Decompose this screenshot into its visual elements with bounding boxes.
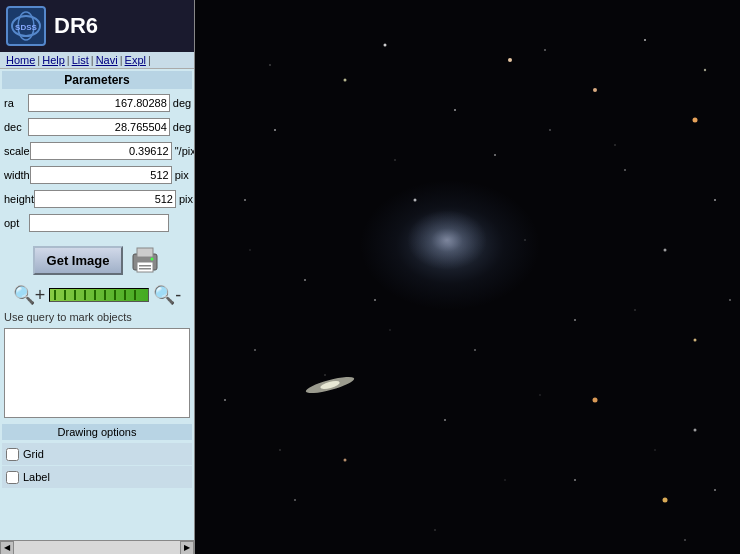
svg-point-47 [704,69,706,71]
query-box[interactable] [4,328,190,418]
svg-point-14 [644,39,646,41]
svg-point-57 [539,394,540,395]
get-image-button[interactable]: Get Image [33,246,124,275]
param-unit-height: pix [176,193,193,205]
svg-point-15 [454,109,456,111]
params-section: Parameters ra deg dec deg scale "/pix wi… [0,69,194,238]
svg-point-24 [574,319,576,321]
zoom-minus-icon[interactable]: 🔍- [153,284,181,306]
param-row-scale: scale "/pix [2,140,192,162]
svg-point-42 [549,129,551,131]
param-input-height[interactable] [34,190,176,208]
svg-point-48 [269,64,271,66]
svg-point-59 [654,449,655,450]
svg-point-52 [324,374,326,376]
svg-point-27 [304,279,306,281]
svg-rect-6 [137,262,153,272]
sky-image [195,0,740,554]
zoom-plus-icon[interactable]: 🔍+ [13,284,46,306]
param-input-opt[interactable] [29,214,169,232]
param-input-ra[interactable] [28,94,170,112]
svg-rect-8 [139,268,151,270]
nav-help[interactable]: Help [40,54,67,66]
svg-point-44 [634,309,636,311]
param-unit-dec: deg [170,121,192,133]
svg-point-13 [593,88,597,92]
horizontal-scrollbar: ◀ ▶ [0,540,194,554]
svg-point-50 [434,529,436,531]
param-row-width: width pix [2,164,192,186]
nav-home[interactable]: Home [4,54,37,66]
svg-point-17 [344,79,347,82]
param-label-width: width [2,169,30,181]
param-input-dec[interactable] [28,118,170,136]
svg-point-26 [244,199,246,201]
drawing-row-grid: Grid [2,443,192,465]
scroll-track-h [14,541,180,554]
param-row-ra: ra deg [2,92,192,114]
svg-point-38 [544,49,546,51]
grid-label: Grid [23,448,44,460]
nav-list[interactable]: List [70,54,91,66]
grid-checkbox[interactable] [6,448,19,461]
svg-point-39 [663,498,668,503]
svg-point-51 [684,539,686,541]
svg-point-21 [714,199,716,201]
svg-point-40 [294,499,296,501]
svg-point-33 [574,479,576,481]
svg-point-35 [254,349,256,351]
params-title: Parameters [2,71,192,89]
zoom-slider[interactable] [49,288,149,302]
svg-rect-7 [139,265,151,267]
param-input-scale[interactable] [30,142,172,160]
svg-text:SDSS: SDSS [15,23,37,32]
print-icon[interactable] [129,244,161,276]
svg-point-61 [249,249,250,250]
svg-point-31 [344,459,347,462]
left-panel: SDSS DR6 Home | Help | List | Navi | Exp… [0,0,195,554]
svg-point-60 [504,479,505,480]
svg-point-16 [693,118,698,123]
param-row-opt: opt [2,212,192,234]
param-unit-scale: "/pix [172,145,195,157]
app-title: DR6 [54,13,98,39]
svg-rect-5 [137,248,153,257]
scroll-right-button[interactable]: ▶ [180,541,194,555]
svg-point-11 [508,58,512,62]
svg-point-18 [274,129,276,131]
param-label-scale: scale [2,145,30,157]
param-unit-width: pix [172,169,192,181]
button-row: Get Image [0,238,194,282]
param-row-dec: dec deg [2,116,192,138]
svg-point-20 [494,154,496,156]
param-row-height: height pix [2,188,192,210]
nav-expl[interactable]: Expl [123,54,148,66]
param-label-height: height [2,193,34,205]
param-input-width[interactable] [30,166,172,184]
svg-point-34 [714,489,716,491]
svg-point-43 [394,159,396,161]
svg-point-22 [664,249,667,252]
label-checkbox[interactable] [6,471,19,484]
drawing-title: Drawing options [2,424,192,440]
svg-point-36 [474,349,476,351]
nav-navi[interactable]: Navi [94,54,120,66]
label-label: Label [23,471,50,483]
svg-point-30 [694,429,697,432]
svg-point-54 [407,210,487,270]
svg-point-28 [593,398,598,403]
zoom-row: 🔍+ 🔍- [0,282,194,308]
svg-point-41 [729,299,731,301]
drawing-row-label: Label [2,466,192,488]
svg-point-29 [444,419,446,421]
svg-point-23 [374,299,376,301]
param-label-ra: ra [2,97,28,109]
scroll-left-button[interactable]: ◀ [0,541,14,555]
param-unit-ra: deg [170,97,192,109]
param-label-opt: opt [2,217,29,229]
svg-point-25 [694,339,697,342]
svg-point-9 [151,258,154,261]
svg-point-45 [279,449,281,451]
svg-point-58 [389,329,390,330]
sky-svg [195,0,740,554]
